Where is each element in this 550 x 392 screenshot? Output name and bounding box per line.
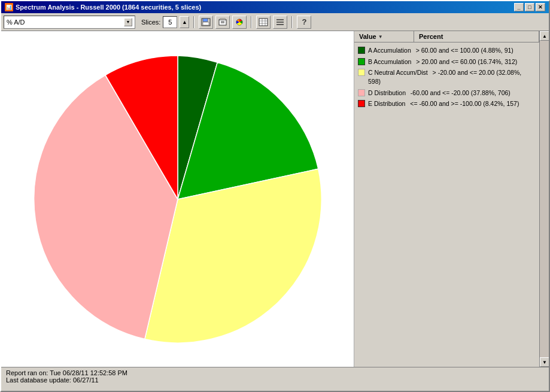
slices-label: Slices: bbox=[141, 19, 160, 26]
pie-chart bbox=[1, 31, 354, 367]
color-chart-button[interactable] bbox=[232, 16, 247, 29]
maximize-button[interactable]: □ bbox=[525, 3, 534, 11]
dropdown-arrow-icon[interactable]: ▼ bbox=[124, 18, 132, 26]
save-button[interactable] bbox=[199, 16, 213, 29]
toolbar-separator-1 bbox=[193, 16, 195, 28]
status-line-1: Report ran on: Tue 06/28/11 12:52:58 PM bbox=[6, 369, 544, 376]
legend-rows: A Accumulation > 60.00 and <= 100.00 (4.… bbox=[354, 42, 539, 112]
app-icon: 📊 bbox=[5, 3, 13, 11]
list-item: D Distribution -60.00 and <= -20.00 (37.… bbox=[354, 87, 539, 99]
toolbar-separator-2 bbox=[251, 16, 252, 28]
svg-rect-2 bbox=[203, 22, 209, 25]
slices-input[interactable] bbox=[163, 16, 177, 28]
grid-icon bbox=[259, 18, 268, 26]
list-item: B Accumulation > 20.00 and <= 60.00 (16.… bbox=[354, 56, 539, 68]
list-item: C Neutral Accum/Dist > -20.00 and <= 20.… bbox=[354, 67, 539, 87]
legend-color-c bbox=[358, 69, 365, 76]
legend-header: Value ▼ Percent bbox=[354, 31, 539, 42]
status-line-2: Last database update: 06/27/11 bbox=[6, 376, 544, 384]
scroll-up-button[interactable]: ▲ bbox=[540, 31, 549, 41]
load-button[interactable] bbox=[215, 16, 230, 29]
legend-color-e bbox=[358, 100, 365, 107]
legend-color-d bbox=[358, 89, 365, 96]
title-bar: 📊 Spectrum Analysis - Russell 2000 (1864… bbox=[1, 1, 549, 13]
toolbar-separator-3 bbox=[291, 16, 293, 28]
dropdown-value: % A/D bbox=[7, 19, 25, 26]
legend-percent-header[interactable]: Percent bbox=[414, 31, 539, 42]
grid-button[interactable] bbox=[256, 16, 271, 29]
chart-area bbox=[1, 31, 354, 367]
slices-increment-button[interactable]: ▲ bbox=[180, 16, 189, 28]
svg-marker-4 bbox=[219, 19, 226, 20]
minimize-button[interactable]: _ bbox=[514, 3, 524, 11]
title-buttons: _ □ ✕ bbox=[514, 3, 545, 11]
svg-rect-1 bbox=[203, 19, 208, 22]
status-bar: Report ran on: Tue 06/28/11 12:52:58 PM … bbox=[1, 367, 549, 391]
list-icon bbox=[275, 18, 285, 26]
list-item: A Accumulation > 60.00 and <= 100.00 (4.… bbox=[354, 45, 539, 56]
legend-color-a bbox=[358, 47, 365, 54]
metric-dropdown[interactable]: % A/D ▼ bbox=[4, 16, 135, 29]
help-icon: ? bbox=[302, 17, 306, 26]
main-window: 📊 Spectrum Analysis - Russell 2000 (1864… bbox=[0, 0, 550, 392]
close-button[interactable]: ✕ bbox=[536, 3, 545, 11]
title-bar-left: 📊 Spectrum Analysis - Russell 2000 (1864… bbox=[5, 3, 201, 11]
vertical-scrollbar[interactable]: ▲ ▼ bbox=[539, 31, 549, 367]
load-icon bbox=[218, 18, 227, 26]
sort-arrow-icon: ▼ bbox=[378, 34, 383, 39]
legend-value-header[interactable]: Value ▼ bbox=[354, 31, 414, 42]
window-title: Spectrum Analysis - Russell 2000 (1864 s… bbox=[16, 4, 201, 11]
list-button[interactable] bbox=[273, 16, 287, 29]
help-button[interactable]: ? bbox=[297, 16, 311, 29]
pie-chart-svg bbox=[19, 41, 336, 358]
list-item: E Distribution <= -60.00 and >= -100.00 … bbox=[354, 98, 539, 110]
svg-rect-8 bbox=[259, 19, 268, 26]
save-icon bbox=[201, 18, 211, 26]
color-chart-icon bbox=[235, 18, 244, 26]
legend-color-b bbox=[358, 58, 365, 65]
toolbar: % A/D ▼ Slices: ▲ bbox=[1, 13, 549, 31]
scroll-track[interactable] bbox=[540, 41, 549, 357]
scroll-down-button[interactable]: ▼ bbox=[540, 357, 549, 367]
